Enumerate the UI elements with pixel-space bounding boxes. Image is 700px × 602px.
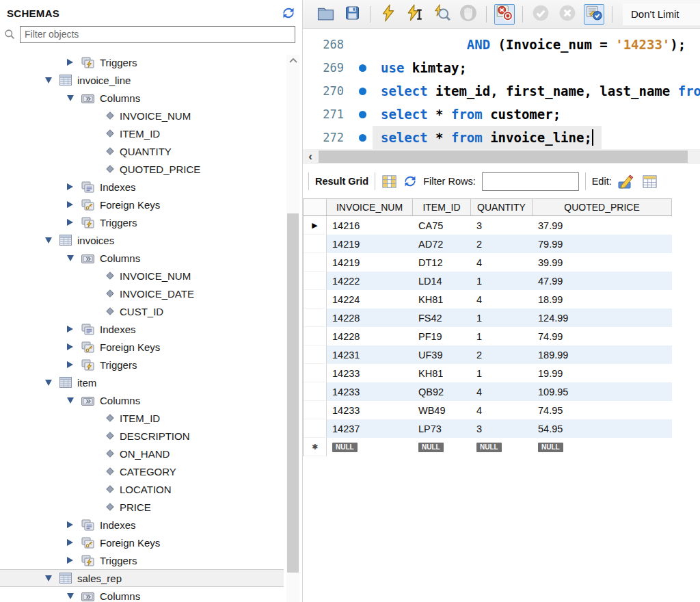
chevron-expanded-icon[interactable]	[67, 252, 78, 263]
chevron-expanded-icon[interactable]	[67, 395, 78, 406]
grid-cell[interactable]: DT12	[413, 253, 471, 272]
grid-cell[interactable]: 3	[471, 419, 533, 438]
row-gutter[interactable]	[304, 253, 327, 272]
chevron-collapsed-icon[interactable]	[67, 199, 78, 210]
chevron-collapsed-icon[interactable]	[67, 181, 78, 192]
editor-line-268[interactable]: 268 AND (Invoice_num = '14233');	[303, 33, 700, 56]
grid-cell[interactable]: 14222	[327, 272, 413, 290]
grid-cell[interactable]: QB92	[413, 382, 471, 401]
tree-item-columns[interactable]: Columns	[0, 391, 284, 409]
grid-cell[interactable]: CA75	[413, 216, 471, 235]
column-header-quoted-price[interactable]: QUOTED_PRICE	[533, 199, 672, 215]
grid-cell[interactable]: 14233	[327, 401, 413, 419]
explain-statement-button[interactable]	[431, 4, 452, 25]
column-header-item-id[interactable]: ITEM_ID	[413, 199, 471, 215]
tree-item-invoice-num[interactable]: INVOICE_NUM	[0, 267, 284, 285]
grid-cell[interactable]: 14233	[327, 382, 413, 401]
table-row[interactable]: 14237LP73354.95	[304, 419, 672, 438]
tree-item-quoted-price[interactable]: QUOTED_PRICE	[0, 160, 284, 178]
tree-item-triggers[interactable]: Triggers	[0, 53, 284, 71]
editor-line-271[interactable]: 271select * from customer;	[303, 103, 700, 126]
grid-cell[interactable]: 109.95	[533, 382, 672, 401]
grid-cell[interactable]: UF39	[413, 345, 471, 364]
execute-current-statement-button[interactable]	[405, 4, 425, 25]
chevron-collapsed-icon[interactable]	[67, 519, 78, 530]
chevron-expanded-icon[interactable]	[67, 92, 78, 103]
scroll-up-icon[interactable]	[286, 55, 299, 66]
grid-cell[interactable]: 18.99	[533, 290, 672, 309]
row-limit-dropdown[interactable]: Don't Limit	[623, 3, 700, 25]
grid-edit-icon[interactable]	[642, 174, 658, 189]
tree-item-invoice-num[interactable]: INVOICE_NUM	[0, 107, 284, 125]
grid-cell[interactable]: AD72	[413, 235, 471, 253]
table-row[interactable]: ▶14216CA75337.99	[304, 216, 672, 235]
execute-statement-button[interactable]	[378, 4, 399, 25]
grid-cell[interactable]: 4	[471, 290, 533, 309]
row-gutter[interactable]	[304, 382, 327, 401]
grid-cell[interactable]: 54.95	[533, 419, 672, 438]
tree-item-location[interactable]: LOCATION	[0, 480, 284, 498]
grid-cell-null[interactable]: NULL	[533, 438, 672, 456]
table-row[interactable]: 14233QB924109.95	[304, 382, 672, 401]
refresh-schemas-icon[interactable]	[282, 7, 295, 19]
stop-query-button[interactable]	[458, 4, 479, 25]
table-row[interactable]: 14231UF392189.99	[304, 345, 672, 364]
tree-item-description[interactable]: DESCRIPTION	[0, 427, 284, 445]
grid-cell[interactable]: 124.99	[533, 309, 672, 327]
table-row[interactable]: 14233KH81119.99	[304, 364, 672, 382]
row-gutter[interactable]	[304, 401, 327, 419]
current-row-marker[interactable]: ▶	[304, 216, 327, 235]
grid-cell[interactable]: 14228	[327, 327, 413, 345]
table-row[interactable]: 14228FS421124.99	[304, 309, 672, 327]
chevron-expanded-icon[interactable]	[45, 235, 56, 246]
tree-item-columns[interactable]: Columns	[0, 587, 284, 602]
grid-cell[interactable]: 74.99	[533, 327, 672, 345]
tree-item-foreign-keys[interactable]: Foreign Keys	[0, 338, 284, 356]
tree-item-foreign-keys[interactable]: Foreign Keys	[0, 534, 284, 551]
chevron-collapsed-icon[interactable]	[67, 57, 78, 68]
tree-item-columns[interactable]: Columns	[0, 249, 284, 267]
grid-cell[interactable]: 19.99	[533, 364, 672, 382]
table-row[interactable]: 14219AD72279.99	[304, 235, 672, 253]
tree-item-triggers[interactable]: Triggers	[0, 213, 284, 231]
row-gutter[interactable]	[304, 345, 327, 364]
row-gutter[interactable]	[304, 327, 327, 345]
tree-item-cust-id[interactable]: CUST_ID	[0, 302, 284, 320]
grid-cell[interactable]: 189.99	[533, 345, 672, 364]
grid-cell[interactable]: 1	[471, 327, 533, 345]
tree-scrollbar-thumb[interactable]	[287, 213, 299, 573]
tree-scrollbar[interactable]	[286, 55, 299, 602]
tree-item-item-id[interactable]: ITEM_ID	[0, 409, 284, 427]
scroll-left-icon[interactable]: ‹	[303, 150, 318, 163]
editor-hscrollbar[interactable]: ‹	[303, 149, 700, 164]
grid-cell-null[interactable]: NULL	[327, 438, 413, 456]
chevron-collapsed-icon[interactable]	[67, 217, 78, 228]
tree-item-foreign-keys[interactable]: Foreign Keys	[0, 196, 284, 213]
grid-cell[interactable]: 14237	[327, 419, 413, 438]
grid-cell[interactable]: 14224	[327, 290, 413, 309]
row-gutter[interactable]	[304, 419, 327, 438]
tree-item-invoice-line[interactable]: invoice_line	[0, 71, 284, 89]
table-row[interactable]: 14228PF19174.99	[304, 327, 672, 345]
grid-cell[interactable]: 74.95	[533, 401, 672, 419]
grid-cell[interactable]: FS42	[413, 309, 471, 327]
column-header-quantity[interactable]: QUANTITY	[471, 199, 533, 215]
grid-cell[interactable]: 3	[471, 216, 533, 235]
table-row[interactable]: 14219DT12439.99	[304, 253, 672, 272]
grid-cell[interactable]: 14231	[327, 345, 413, 364]
grid-cell[interactable]: PF19	[413, 327, 471, 345]
grid-cell[interactable]: 4	[471, 401, 533, 419]
grid-cell[interactable]: 4	[471, 253, 533, 272]
grid-cell[interactable]: 39.99	[533, 253, 672, 272]
row-gutter[interactable]	[304, 309, 327, 327]
tree-item-indexes[interactable]: Indexes	[0, 320, 284, 338]
editor-line-269[interactable]: 269use kimtay;	[303, 56, 700, 79]
chevron-collapsed-icon[interactable]	[67, 359, 78, 370]
tree-item-sales-rep[interactable]: sales_rep	[0, 569, 284, 587]
grid-view-icon[interactable]	[381, 174, 397, 189]
grid-cell-null[interactable]: NULL	[413, 438, 471, 456]
grid-cell[interactable]: 1	[471, 364, 533, 382]
grid-cell[interactable]: 37.99	[533, 216, 672, 235]
filter-rows-input[interactable]	[482, 172, 579, 191]
tree-item-item-id[interactable]: ITEM_ID	[0, 125, 284, 142]
